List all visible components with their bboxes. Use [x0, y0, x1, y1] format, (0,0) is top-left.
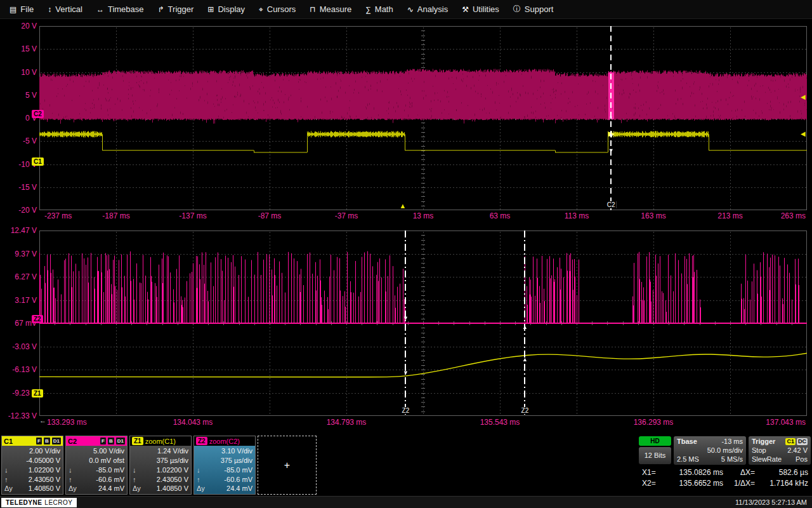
cursor-line-2[interactable]	[524, 231, 525, 416]
channel-values: 2.00 V/div-4.05000 V↓1.02200 V↑2.43050 V…	[2, 446, 63, 494]
x-tick: 133.293 ms	[47, 418, 87, 427]
menu-item-math[interactable]: ∑Math	[358, 0, 400, 18]
y-tick: 10 V	[1, 68, 37, 77]
channel-box-z1[interactable]: Z1zoom(C1)1.24 V/div375 µs/div↓1.02200 V…	[129, 436, 192, 495]
datetime: 11/13/2023 5:27:13 AM	[735, 498, 807, 506]
menu-item-timebase[interactable]: ↔Timebase	[89, 0, 151, 18]
y-tick: -3.03 V	[1, 342, 37, 351]
cursor-label: Z2	[401, 407, 411, 414]
trigger-level-marker[interactable]: ◀	[801, 131, 806, 137]
support-icon: ⓘ	[513, 4, 521, 15]
trigger-mode: Stop	[752, 446, 766, 455]
value-text: 1.02200 V	[29, 465, 60, 475]
y-tick: 20 V	[1, 22, 37, 30]
channel-header: C1FBD1	[2, 436, 63, 446]
value-row: Δy1.40850 V	[133, 484, 188, 493]
value-prefix: ↓	[133, 465, 136, 475]
brand-bold: TELEDYNE	[6, 499, 42, 506]
channel-indicator-c2[interactable]: C2	[32, 110, 44, 118]
menu-item-trigger[interactable]: ↱Trigger	[151, 0, 201, 18]
value-row: 375 µs/div	[197, 456, 252, 465]
x1-value: 135.0826 ms	[664, 468, 723, 477]
value-row: 2.00 V/div	[4, 446, 60, 456]
trace-source: zoom(C1)	[145, 438, 176, 445]
value-prefix: ↑	[197, 475, 200, 485]
value-prefix: Δy	[197, 484, 205, 493]
y-tick: 12.47 V	[1, 226, 37, 235]
status-badge: B	[108, 438, 114, 444]
x-tick: 135.543 ms	[480, 418, 520, 427]
menu-item-cursors[interactable]: ⌖Cursors	[252, 0, 303, 18]
cursors-icon: ⌖	[259, 5, 263, 14]
cursor-marker: ▲	[522, 356, 528, 363]
channel-indicator-c1[interactable]: C1	[32, 157, 44, 166]
value-text: 1.02200 V	[157, 465, 188, 475]
trace-id: C2	[68, 438, 77, 445]
value-text: 375 µs/div	[221, 456, 252, 465]
y-tick: -6.13 V	[1, 365, 37, 374]
menu-item-label: Vertical	[55, 4, 82, 14]
channel-box-z2[interactable]: Z2zoom(C2)3.10 V/div375 µs/div↓-85.0 mV↑…	[193, 436, 256, 495]
trigger-time-marker[interactable]: ▲	[400, 203, 407, 210]
value-text: 2.43050 V	[29, 475, 60, 485]
menu-item-label: Cursors	[267, 4, 296, 14]
value-row: ↑-60.6 mV	[197, 475, 252, 485]
x-tick: -187 ms	[102, 211, 129, 220]
menu-item-display[interactable]: ⊞Display	[200, 0, 252, 18]
inv-dx-value: 1.7164 kHz	[755, 479, 808, 488]
menu-item-measure[interactable]: ⊓Measure	[303, 0, 358, 18]
value-text: 24.4 mV	[226, 484, 252, 493]
main-grid-canvas	[39, 26, 807, 210]
channel-box-c1[interactable]: C1FBD12.00 V/div-4.05000 V↓1.02200 V↑2.4…	[1, 436, 63, 495]
tbase-samples: 2.5 MS	[677, 455, 699, 464]
trigger-type: SlewRate	[752, 455, 782, 464]
value-prefix: ↑	[69, 475, 72, 485]
brand-regular: LECROY	[44, 499, 72, 506]
trigger-level-marker[interactable]: ◀	[801, 94, 806, 100]
channel-header: Z1zoom(C1)	[130, 436, 191, 446]
math-icon: ∑	[365, 5, 371, 14]
menu-item-utilities[interactable]: ⚒Utilities	[455, 0, 506, 18]
menu-item-analysis[interactable]: ∿Analysis	[400, 0, 455, 18]
menu-item-label: Math	[375, 4, 393, 14]
display-icon: ⊞	[207, 5, 214, 14]
trigger-box[interactable]: Trigger C1 DC Stop 2.42 V SlewRate Pos	[749, 436, 811, 465]
plus-icon: +	[284, 460, 290, 471]
channel-indicator-z1[interactable]: Z1	[32, 389, 43, 398]
channel-indicator-z2[interactable]: Z2	[32, 315, 43, 323]
channel-values: 1.24 V/div375 µs/div↓1.02200 V↑2.43050 V…	[130, 446, 191, 494]
cursor-marker: ▲	[522, 324, 528, 330]
menu-item-support[interactable]: ⓘSupport	[506, 0, 561, 18]
trace-id: C1	[4, 438, 13, 445]
x-tick: 63 ms	[490, 211, 511, 220]
oscilloscope-app: ▤File↕Vertical↔Timebase↱Trigger⊞Display⌖…	[0, 0, 812, 508]
value-prefix: ↓	[4, 465, 8, 475]
trace-id: Z1	[132, 437, 143, 445]
value-row: ↑2.43050 V	[133, 475, 188, 485]
add-trace-box[interactable]: +	[258, 436, 317, 495]
menu-item-file[interactable]: ▤File	[3, 0, 41, 18]
y-tick: -5 V	[1, 137, 37, 145]
value-row: ↓-85.0 mV	[69, 465, 124, 475]
channel-box-c2[interactable]: C2FBD15.00 V/div0.0 mV ofst↓-85.0 mV↑-60…	[65, 436, 128, 495]
value-text: 1.24 V/div	[157, 446, 188, 456]
x-tick: 136.293 ms	[634, 418, 674, 427]
adc-bits[interactable]: 12 Bits	[639, 447, 671, 464]
timebase-box[interactable]: Tbase -13 ms 50.0 ms/div 2.5 MS 5 MS/s	[674, 436, 746, 465]
menu-item-label: Analysis	[417, 4, 448, 14]
pan-left-icon[interactable]: ←	[39, 417, 46, 424]
menu-item-label: Utilities	[473, 4, 499, 14]
status-badge: B	[44, 438, 50, 444]
value-prefix: Δy	[69, 484, 77, 493]
hd-badge: HD	[639, 436, 671, 446]
value-text: -85.0 mV	[224, 465, 252, 475]
menu-item-vertical[interactable]: ↕Vertical	[41, 0, 89, 18]
trigger-coupling-chip: DC	[797, 438, 808, 445]
cursor-line-1[interactable]	[405, 231, 406, 416]
value-text: 1.40850 V	[157, 484, 188, 493]
value-text: 24.4 mV	[98, 484, 124, 493]
status-badge: F	[100, 438, 106, 444]
utilities-icon: ⚒	[462, 5, 469, 14]
value-row: ↑-60.6 mV	[69, 475, 124, 485]
tbase-scale: 50.0 ms/div	[707, 446, 743, 455]
